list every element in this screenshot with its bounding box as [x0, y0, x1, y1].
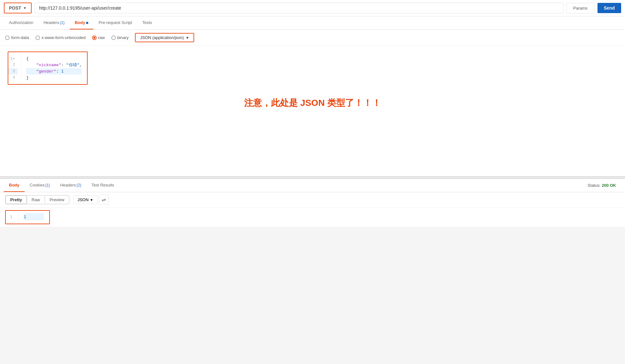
request-tabs-bar: Authorization Headers(1) Body Pre-reques…	[0, 16, 625, 30]
radio-raw[interactable]: raw	[92, 35, 105, 40]
code-line-2: "nickname": "你猜",	[26, 62, 82, 68]
body-dot	[86, 22, 88, 24]
top-bar: POST ▼ Params Send	[0, 0, 625, 16]
radio-circle-urlencoded	[36, 36, 40, 40]
tab-body[interactable]: Body	[70, 16, 94, 29]
response-tab-test-results[interactable]: Test Results	[86, 179, 119, 192]
tab-tests[interactable]: Tests	[137, 16, 157, 29]
response-content-wrapper: 1 1	[6, 211, 49, 224]
response-tab-cookies[interactable]: Cookies(1)	[25, 179, 55, 192]
wrap-button[interactable]: ⇌	[99, 195, 109, 205]
status-code: 200 OK	[602, 183, 616, 188]
radio-circle-form-data	[5, 36, 10, 40]
url-input[interactable]	[35, 3, 563, 13]
method-chevron: ▼	[23, 6, 27, 10]
radio-binary[interactable]: binary	[111, 35, 129, 40]
tab-authorization[interactable]: Authorization	[4, 16, 38, 29]
line-num-1: 1▾	[8, 55, 18, 62]
code-line-1: {	[26, 55, 82, 62]
radio-circle-binary	[111, 36, 116, 40]
line-num-2: 2	[8, 62, 18, 68]
format-preview-button[interactable]: Preview	[45, 195, 69, 204]
params-button[interactable]: Params	[566, 3, 594, 13]
code-editor[interactable]: { "nickname": "你猜", "gender": 1 }	[21, 52, 87, 84]
line-num-4: 4	[8, 75, 18, 81]
section-divider	[0, 176, 625, 179]
editor-spacer	[0, 112, 625, 176]
response-status-area: Status: 200 OK	[582, 179, 621, 192]
format-raw-button[interactable]: Raw	[27, 195, 45, 204]
line-numbers: 1▾ 2 3 4	[8, 52, 21, 84]
radio-circle-raw	[92, 36, 97, 40]
code-line-4: }	[26, 75, 82, 81]
response-tab-body[interactable]: Body	[4, 179, 25, 192]
response-section: Body Cookies(1) Headers(2) Test Results …	[0, 179, 625, 227]
response-tab-headers[interactable]: Headers(2)	[55, 179, 86, 192]
response-editor: 1	[19, 211, 49, 224]
response-json-format-button[interactable]: JSON ▼	[73, 195, 98, 204]
response-line-1: 1	[24, 213, 44, 220]
code-outline: 1▾ 2 3 4 { "nickname": "你猜", "gender": 1	[8, 51, 88, 85]
tab-prerequest[interactable]: Pre-request Script	[93, 16, 137, 29]
radio-form-data[interactable]: form-data	[5, 35, 29, 40]
response-tabs-left: Body Cookies(1) Headers(2) Test Results	[4, 179, 119, 192]
format-button-group: Pretty Raw Preview	[5, 195, 69, 204]
method-button[interactable]: POST ▼	[4, 3, 32, 13]
response-body-panel: 1 1	[0, 208, 625, 227]
response-line-num-1: 1	[6, 214, 15, 220]
send-button[interactable]: Send	[597, 3, 621, 13]
method-label: POST	[9, 5, 21, 11]
format-pretty-button[interactable]: Pretty	[5, 195, 27, 204]
code-editor-area: 1▾ 2 3 4 { "nickname": "你猜", "gender": 1	[0, 46, 625, 176]
response-format-bar: Pretty Raw Preview JSON ▼ ⇌	[0, 192, 625, 208]
response-line-numbers: 1	[6, 211, 19, 224]
json-type-button[interactable]: JSON (application/json) ▼	[135, 33, 194, 42]
code-line-3: "gender": 1	[26, 68, 82, 75]
response-tabs-bar: Body Cookies(1) Headers(2) Test Results …	[0, 179, 625, 192]
annotation-text: 注意，此处是 JSON 类型了！！！	[0, 91, 625, 112]
tab-headers[interactable]: Headers(1)	[38, 16, 70, 29]
line-num-3: 3	[8, 68, 18, 75]
response-outline: 1 1	[5, 210, 50, 224]
radio-urlencoded[interactable]: x-www-form-urlencoded	[36, 35, 86, 40]
body-options-bar: form-data x-www-form-urlencoded raw bina…	[0, 30, 625, 46]
